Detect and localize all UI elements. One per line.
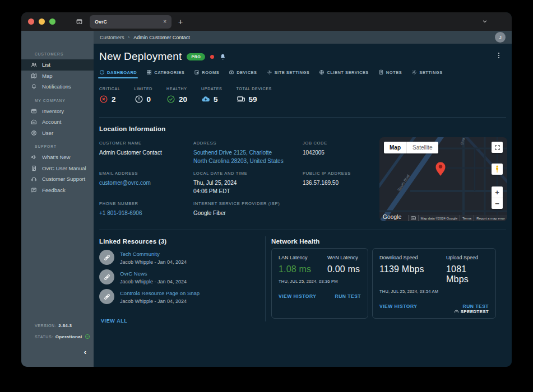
sidebar-item-label: OvrC User Manual xyxy=(42,165,86,171)
run-test-button[interactable]: RUN TEST xyxy=(335,293,361,299)
tab-client-services[interactable]: CLIENT SERVICES xyxy=(319,69,368,78)
view-history-link[interactable]: VIEW HISTORY xyxy=(279,293,316,299)
gear-icon xyxy=(267,69,272,75)
breadcrumb-customers[interactable]: Customers xyxy=(100,35,124,40)
sidebar-item-user[interactable]: User xyxy=(21,128,94,139)
browser-tab[interactable]: OvrC × xyxy=(90,15,172,29)
stat-updates[interactable]: UPDATES 5 xyxy=(201,87,222,104)
field-email: EMAIL ADDRESS customer@ovrc.com xyxy=(99,171,151,188)
map-button[interactable]: Map xyxy=(384,142,406,153)
field-value: Admin Customer Contact xyxy=(99,149,162,157)
tab-settings[interactable]: SETTINGS xyxy=(411,69,443,78)
terms-link[interactable]: Terms xyxy=(460,215,474,221)
address-link[interactable]: Southend Drive 2125, Charlotte North Car… xyxy=(193,149,284,165)
sidebar-item-user-manual[interactable]: OvrC User Manual xyxy=(21,163,94,174)
maximize-window-button[interactable] xyxy=(49,18,55,25)
report-map-error-link[interactable]: Report a map error xyxy=(474,215,507,221)
close-window-button[interactable] xyxy=(28,18,34,25)
map-type-toggle: Map Satellite xyxy=(384,142,438,153)
minimize-window-button[interactable] xyxy=(39,18,45,25)
phone-link[interactable]: +1 801-918-6906 xyxy=(99,209,142,218)
sidebar-item-label: What's New xyxy=(42,154,70,160)
stat-critical[interactable]: CRITICAL 2 xyxy=(99,87,120,104)
stat-value: 0 xyxy=(147,95,151,104)
stat-healthy[interactable]: HEALTHY 20 xyxy=(166,87,187,104)
zoom-control: + − xyxy=(492,186,503,209)
collapse-sidebar-icon[interactable]: ‹ xyxy=(84,348,86,356)
sidebar-item-label: Inventory xyxy=(42,108,64,114)
google-map[interactable]: South Blvd Sou Map Satellite + xyxy=(379,137,507,221)
tab-close-icon[interactable]: × xyxy=(163,18,166,25)
tab-devices[interactable]: DEVICES xyxy=(229,69,257,78)
sidebar-item-inventory[interactable]: Inventory xyxy=(21,106,94,117)
list-item[interactable]: OvrC News Jacob Whipple - Jan 04, 2024 xyxy=(99,269,187,284)
view-history-link[interactable]: VIEW HISTORY xyxy=(379,304,417,309)
lan-latency-label: LAN Latency xyxy=(279,255,327,260)
resource-link[interactable]: Tech Community xyxy=(120,251,187,257)
map-attribution: Map data ©2024 Google Terms Report a map… xyxy=(408,215,508,221)
resource-link[interactable]: OvrC News xyxy=(120,270,187,277)
stat-value: 20 xyxy=(179,95,187,104)
kebab-menu-icon[interactable] xyxy=(495,52,503,59)
zoom-in-button[interactable]: + xyxy=(492,186,503,198)
bell-icon xyxy=(31,83,37,90)
version-value: 2.84.3 xyxy=(58,323,72,328)
globe-icon xyxy=(319,69,325,75)
field-label: PUBLIC IP ADDRESS xyxy=(303,171,351,176)
tab-site-settings[interactable]: SITE SETTINGS xyxy=(267,69,310,78)
satellite-button[interactable]: Satellite xyxy=(406,142,438,153)
latency-card: LAN Latency 1.08 ms WAN Latency 0.00 ms … xyxy=(271,248,368,319)
notifications-bell-icon[interactable] xyxy=(219,53,226,60)
download-speed-label: Download Speed xyxy=(379,255,446,260)
list-item[interactable]: Control4 Resource Page on Snap Jacob Whi… xyxy=(99,289,200,304)
tab-dashboard[interactable]: DASHBOARD xyxy=(99,69,137,78)
pro-badge: PRO xyxy=(187,53,205,60)
address-line-1: Southend Drive 2125, Charlotte xyxy=(193,149,284,157)
tab-label: CATEGORIES xyxy=(154,70,184,75)
chevron-down-icon[interactable] xyxy=(481,18,488,25)
tab-rooms[interactable]: ROOMS xyxy=(194,69,219,78)
sidebar-item-notifications[interactable]: Notifications xyxy=(21,81,94,92)
tab-notes[interactable]: NOTES xyxy=(378,69,402,78)
sidebar-item-list[interactable]: List xyxy=(21,59,94,71)
healthy-icon xyxy=(166,95,175,104)
field-label: EMAIL ADDRESS xyxy=(99,171,151,176)
divider xyxy=(99,117,506,118)
run-test-button[interactable]: RUN TEST xyxy=(463,304,489,309)
sidebar-item-map[interactable]: Map xyxy=(21,71,94,82)
avatar[interactable]: J xyxy=(495,32,506,43)
sidebar-item-whats-new[interactable]: What's New xyxy=(21,152,94,163)
feedback-icon xyxy=(31,187,37,193)
new-tab-button[interactable]: + xyxy=(178,17,183,26)
tab-label: ROOMS xyxy=(202,70,219,75)
upload-speed-label: Upload Speed xyxy=(446,255,489,260)
critical-icon xyxy=(99,95,108,104)
keyboard-shortcuts-icon[interactable] xyxy=(408,215,418,221)
people-icon xyxy=(31,62,37,68)
map-pin-icon xyxy=(434,161,447,176)
resource-meta: Jacob Whipple - Jan 04, 2024 xyxy=(120,279,187,284)
sidebar-item-customer-support[interactable]: Customer Support xyxy=(21,174,94,185)
sidebar-item-feedback[interactable]: Feedback xyxy=(21,185,94,196)
view-all-link[interactable]: VIEW ALL xyxy=(101,318,127,324)
sidebar-item-label: Account xyxy=(42,119,61,125)
dashboard-content: New Deployment PRO DASHBOARD CATEGORIES xyxy=(94,44,512,367)
divider xyxy=(265,236,266,321)
google-logo[interactable]: Google xyxy=(383,214,401,220)
tab-panel-icon[interactable] xyxy=(76,18,83,25)
resource-meta: Jacob Whipple - Jan 04, 2024 xyxy=(120,298,200,304)
version-label: VERSION: xyxy=(35,324,56,328)
stat-limited[interactable]: LIMITED 0 xyxy=(135,87,153,104)
fullscreen-button[interactable] xyxy=(492,142,503,153)
list-item[interactable]: Tech Community Jacob Whipple - Jan 04, 2… xyxy=(99,250,187,265)
resource-link[interactable]: Control4 Resource Page on Snap xyxy=(120,290,200,296)
stat-label: UPDATES xyxy=(201,87,222,91)
zoom-out-button[interactable]: − xyxy=(492,198,503,209)
pegman-button[interactable] xyxy=(492,164,503,175)
email-link[interactable]: customer@ovrc.com xyxy=(99,179,151,188)
page-tabs: DASHBOARD CATEGORIES ROOMS DEVICES xyxy=(99,69,443,78)
stat-total-devices[interactable]: TOTAL DEVICES 59 xyxy=(237,87,272,104)
sidebar-item-account[interactable]: Account xyxy=(21,116,94,128)
tab-label: DASHBOARD xyxy=(107,70,137,75)
tab-categories[interactable]: CATEGORIES xyxy=(146,69,184,78)
